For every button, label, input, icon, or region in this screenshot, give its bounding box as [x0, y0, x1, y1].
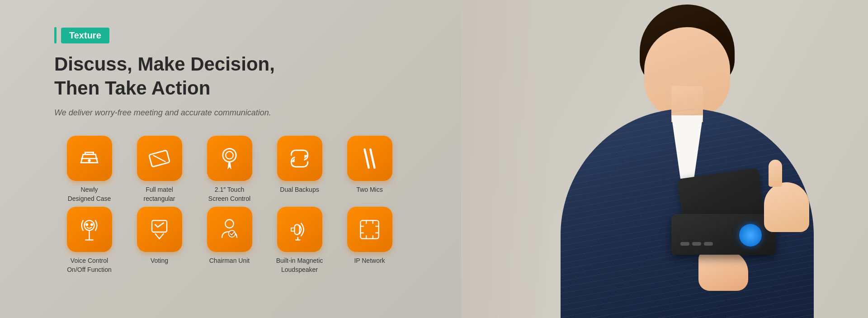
texture-label: Texture [61, 28, 109, 43]
device-screen [739, 224, 762, 247]
icon-label-two-mics: Two Mics [356, 185, 382, 195]
thumbs-up-hand [764, 182, 809, 232]
device-buttons [680, 242, 713, 246]
svg-line-3 [153, 155, 166, 162]
left-fade [461, 0, 552, 318]
heading-line2: Then Take Action [54, 76, 439, 100]
thumb-palm [764, 182, 809, 232]
svg-point-9 [85, 223, 88, 226]
svg-point-5 [226, 151, 233, 159]
icon-box-newly-designed-case [67, 136, 112, 181]
voice-icon [77, 217, 102, 242]
icon-item-chairman: Chairman Unit [194, 207, 264, 266]
icon-box-chairman [207, 207, 252, 252]
device-base [671, 214, 775, 255]
svg-point-1 [88, 159, 91, 162]
icon-item-full-matel: Full matel rectangular [124, 136, 194, 203]
icon-box-two-mics [347, 136, 392, 181]
icon-label-loudspeaker: Built-in Magnetic Loudspeaker [276, 256, 323, 274]
icons-row-1: Newly Designed Case Full matel recta [54, 136, 439, 203]
icon-label-dual-backups: Dual Backups [280, 185, 319, 195]
backup-icon [287, 146, 312, 171]
svg-point-14 [225, 219, 233, 228]
icon-item-dual-backups: Dual Backups [264, 136, 335, 195]
icon-label-newly-designed-case: Newly Designed Case [68, 185, 111, 203]
icon-label-voice-control: Voice Control On/Off Function [67, 256, 112, 274]
sub-text: We deliver worry-free meeting and accura… [54, 108, 439, 118]
case-icon [77, 146, 102, 171]
person-figure [529, 0, 845, 318]
icon-item-touch-screen: 2.1″ Touch Screen Control [194, 136, 264, 203]
rectangle-icon [147, 146, 172, 171]
icon-item-two-mics: Two Mics [335, 136, 405, 195]
svg-point-10 [90, 223, 93, 226]
mics-icon [357, 146, 382, 171]
speaker-icon [287, 217, 312, 242]
texture-badge: Texture [54, 27, 109, 43]
icon-label-chairman: Chairman Unit [209, 256, 250, 266]
texture-bar [54, 27, 57, 43]
icons-grid: Newly Designed Case Full matel recta [54, 136, 439, 274]
background-image [461, 0, 868, 318]
svg-point-15 [229, 230, 236, 237]
network-icon [357, 217, 382, 242]
icon-item-voting: Voting [124, 207, 194, 266]
icon-label-touch-screen: 2.1″ Touch Screen Control [208, 185, 250, 203]
icon-box-ip-network [347, 207, 392, 252]
heading-line1: Discuss, Make Decision, [54, 52, 439, 76]
icon-label-ip-network: IP Network [354, 256, 385, 266]
icon-box-voice-control [67, 207, 112, 252]
icon-label-full-matel: Full matel rectangular [143, 185, 175, 203]
svg-point-4 [223, 148, 236, 161]
icon-item-ip-network: IP Network [335, 207, 405, 266]
thumb-up [769, 160, 782, 187]
svg-line-7 [370, 149, 374, 167]
main-heading: Discuss, Make Decision, Then Take Action [54, 52, 439, 100]
icon-box-touch-screen [207, 136, 252, 181]
chairman-icon [217, 217, 242, 242]
icon-box-loudspeaker [277, 207, 322, 252]
page-wrapper: Texture Discuss, Make Decision, Then Tak… [0, 0, 868, 318]
touch-icon [217, 146, 242, 171]
conference-device [671, 173, 775, 255]
svg-rect-16 [295, 224, 300, 234]
icon-label-voting: Voting [151, 256, 168, 266]
svg-rect-19 [360, 220, 378, 238]
content-left: Texture Discuss, Make Decision, Then Tak… [54, 27, 439, 274]
vote-icon [147, 217, 172, 242]
icon-box-full-matel [137, 136, 182, 181]
svg-line-6 [365, 149, 369, 167]
icon-box-dual-backups [277, 136, 322, 181]
icon-item-newly-designed-case: Newly Designed Case [54, 136, 124, 203]
icons-row-2: Voice Control On/Off Function Vot [54, 207, 439, 274]
hand-holding [698, 250, 748, 291]
icon-box-voting [137, 207, 182, 252]
icon-item-loudspeaker: Built-in Magnetic Loudspeaker [264, 207, 335, 274]
icon-item-voice-control: Voice Control On/Off Function [54, 207, 124, 274]
